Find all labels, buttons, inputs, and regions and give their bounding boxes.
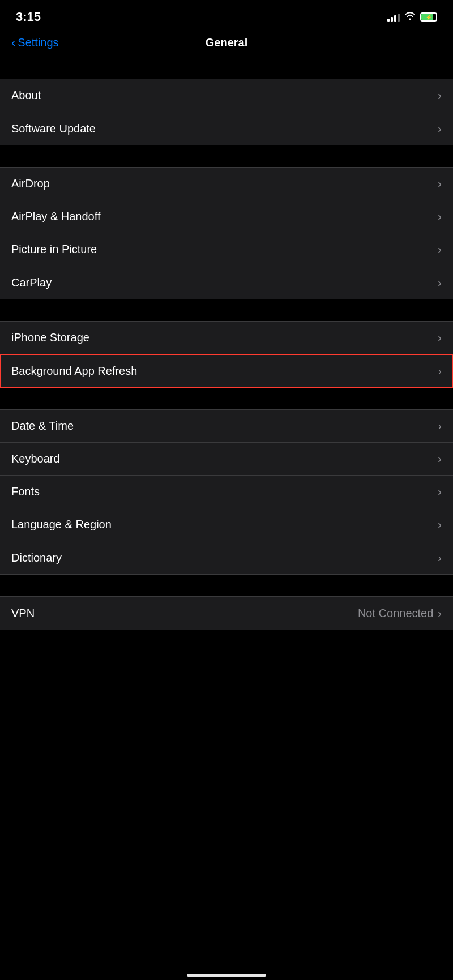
settings-right-software-update: › [438, 122, 442, 135]
settings-label-carplay: CarPlay [11, 276, 52, 289]
settings-row-airplay-handoff[interactable]: AirPlay & Handoff› [0, 200, 453, 233]
settings-row-vpn[interactable]: VPNNot Connected› [0, 597, 453, 630]
chevron-left-icon: ‹ [11, 37, 15, 49]
section-gap-4 [0, 575, 453, 596]
settings-row-about[interactable]: About› [0, 79, 453, 112]
section-gap-2 [0, 299, 453, 321]
settings-row-airdrop[interactable]: AirDrop› [0, 168, 453, 200]
back-label: Settings [18, 36, 58, 49]
chevron-right-icon: › [438, 177, 442, 190]
settings-right-airplay-handoff: › [438, 210, 442, 223]
chevron-right-icon: › [438, 276, 442, 289]
settings-row-software-update[interactable]: Software Update› [0, 112, 453, 145]
home-indicator [0, 968, 453, 980]
settings-label-language-region: Language & Region [11, 518, 112, 531]
settings-row-iphone-storage[interactable]: iPhone Storage› [0, 322, 453, 354]
chevron-right-icon: › [438, 420, 442, 433]
settings-label-airplay-handoff: AirPlay & Handoff [11, 210, 101, 223]
settings-label-keyboard: Keyboard [11, 452, 60, 465]
settings-label-dictionary: Dictionary [11, 551, 62, 564]
settings-right-carplay: › [438, 276, 442, 289]
settings-right-dictionary: › [438, 551, 442, 564]
settings-row-date-time[interactable]: Date & Time› [0, 410, 453, 443]
status-icons: ⚡ [387, 11, 437, 23]
settings-right-language-region: › [438, 518, 442, 531]
chevron-right-icon: › [438, 452, 442, 465]
settings-label-about: About [11, 89, 41, 102]
chevron-right-icon: › [438, 89, 442, 102]
chevron-right-icon: › [438, 607, 442, 620]
chevron-right-icon: › [438, 551, 442, 564]
back-button[interactable]: ‹ Settings [11, 36, 59, 49]
home-bar [187, 974, 266, 977]
wifi-icon [404, 11, 416, 23]
settings-label-vpn: VPN [11, 607, 35, 620]
settings-right-keyboard: › [438, 452, 442, 465]
settings-value-vpn: Not Connected [358, 607, 433, 620]
chevron-right-icon: › [438, 243, 442, 256]
settings-right-iphone-storage: › [438, 331, 442, 344]
settings-right-airdrop: › [438, 177, 442, 190]
settings-right-vpn: Not Connected› [358, 607, 442, 620]
settings-right-date-time: › [438, 420, 442, 433]
settings-row-dictionary[interactable]: Dictionary› [0, 541, 453, 574]
settings-right-background-app-refresh: › [438, 365, 442, 378]
settings-group-group3: iPhone Storage›Background App Refresh› [0, 321, 453, 388]
settings-label-background-app-refresh: Background App Refresh [11, 365, 137, 378]
page-title: General [206, 36, 247, 49]
settings-right-about: › [438, 89, 442, 102]
chevron-right-icon: › [438, 518, 442, 531]
settings-row-picture-in-picture[interactable]: Picture in Picture› [0, 233, 453, 266]
settings-row-keyboard[interactable]: Keyboard› [0, 443, 453, 476]
section-gap-3 [0, 388, 453, 409]
settings-row-background-app-refresh[interactable]: Background App Refresh› [0, 354, 453, 387]
settings-label-iphone-storage: iPhone Storage [11, 331, 89, 344]
settings-group-group5: VPNNot Connected› [0, 596, 453, 630]
chevron-right-icon: › [438, 122, 442, 135]
settings-row-language-region[interactable]: Language & Region› [0, 508, 453, 541]
battery-icon: ⚡ [420, 12, 437, 22]
settings-group-group1: About›Software Update› [0, 79, 453, 145]
settings-group-group2: AirDrop›AirPlay & Handoff›Picture in Pic… [0, 167, 453, 299]
chevron-right-icon: › [438, 365, 442, 378]
settings-label-date-time: Date & Time [11, 420, 74, 433]
chevron-right-icon: › [438, 485, 442, 498]
settings-group-group4: Date & Time›Keyboard›Fonts›Language & Re… [0, 409, 453, 575]
settings-row-fonts[interactable]: Fonts› [0, 476, 453, 508]
settings-right-picture-in-picture: › [438, 243, 442, 256]
settings-label-fonts: Fonts [11, 485, 40, 498]
settings-label-picture-in-picture: Picture in Picture [11, 243, 97, 256]
nav-header: ‹ Settings General [0, 31, 453, 57]
status-bar: 3:15 ⚡ [0, 0, 453, 31]
chevron-right-icon: › [438, 210, 442, 223]
section-gap-1 [0, 145, 453, 167]
settings-label-software-update: Software Update [11, 122, 96, 135]
status-time: 3:15 [16, 10, 41, 24]
signal-icon [387, 12, 400, 22]
settings-content: About›Software Update›AirDrop›AirPlay & … [0, 57, 453, 675]
section-gap-0 [0, 57, 453, 79]
settings-label-airdrop: AirDrop [11, 177, 50, 190]
settings-row-carplay[interactable]: CarPlay› [0, 266, 453, 299]
chevron-right-icon: › [438, 331, 442, 344]
settings-right-fonts: › [438, 485, 442, 498]
